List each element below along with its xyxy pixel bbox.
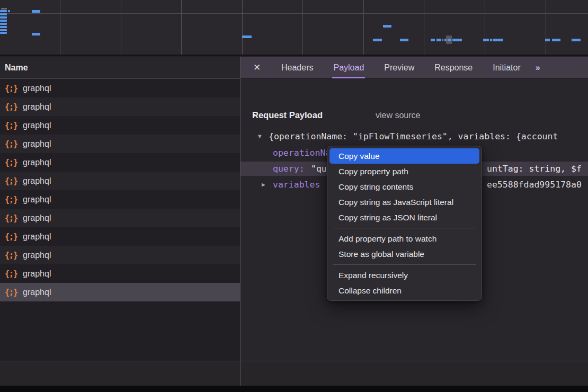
payload-root-row[interactable]: ▼ {operationName: "ipFlowTimeseries", va… <box>240 129 588 144</box>
waterfall-request-bar[interactable] <box>493 39 503 41</box>
view-source-link[interactable]: view source <box>376 108 420 122</box>
json-fetch-icon: {;} <box>5 158 17 167</box>
json-fetch-icon: {;} <box>5 139 17 149</box>
waterfall-request-bar[interactable] <box>0 32 7 34</box>
request-name: graphql <box>23 251 51 260</box>
waterfall-request-bar[interactable] <box>0 23 7 25</box>
menu-item-add-property-path-to-watch[interactable]: Add property path to watch <box>329 231 479 246</box>
menu-separator <box>333 228 476 228</box>
json-fetch-icon: {;} <box>5 269 17 279</box>
request-row[interactable]: {;}graphql <box>0 135 240 153</box>
request-name: graphql <box>23 121 51 130</box>
json-fetch-icon: {;} <box>5 121 17 130</box>
menu-item-copy-string-contents[interactable]: Copy string contents <box>329 179 479 194</box>
json-fetch-icon: {;} <box>5 102 17 112</box>
expanded-arrow-icon[interactable]: ▼ <box>258 129 262 144</box>
tab-preview[interactable]: Preview <box>383 57 415 78</box>
waterfall-request-bar[interactable] <box>452 39 462 41</box>
request-name: graphql <box>23 195 51 204</box>
overview-gridline <box>60 0 60 55</box>
close-icon[interactable]: ✕ <box>252 57 262 78</box>
tab-initiator[interactable]: Initiator <box>492 57 521 78</box>
request-row[interactable]: {;}graphql <box>0 227 240 246</box>
network-overview-waterfall[interactable] <box>0 0 588 56</box>
json-fetch-icon: {;} <box>5 176 17 186</box>
waterfall-request-bar[interactable] <box>32 10 40 13</box>
menu-item-copy-value[interactable]: Copy value <box>329 148 479 164</box>
waterfall-request-bar[interactable] <box>383 25 391 28</box>
waterfall-request-bar[interactable] <box>0 20 7 22</box>
menu-item-copy-string-js-literal[interactable]: Copy string as JavaScript literal <box>329 194 479 210</box>
status-footer <box>0 361 588 386</box>
waterfall-request-bar[interactable] <box>448 39 451 41</box>
request-payload-section-header[interactable]: ▾ Request Payload view source <box>240 108 588 122</box>
json-fetch-icon: {;} <box>5 288 17 297</box>
tab-headers[interactable]: Headers <box>280 57 314 78</box>
overview-gridline <box>424 0 424 55</box>
property-value-fragment-left: "qu <box>311 162 327 176</box>
waterfall-request-bar[interactable] <box>0 16 7 19</box>
menu-item-copy-string-json-literal[interactable]: Copy string as JSON literal <box>329 210 479 225</box>
property-key: query: <box>273 162 305 176</box>
waterfall-request-bar[interactable] <box>32 33 40 35</box>
waterfall-request-bar[interactable] <box>436 39 441 41</box>
waterfall-request-bar[interactable] <box>0 10 7 12</box>
menu-item-store-as-global-variable[interactable]: Store as global variable <box>329 246 479 262</box>
panel-vertical-divider[interactable] <box>240 57 240 386</box>
waterfall-request-bar[interactable] <box>490 39 492 41</box>
name-column-header[interactable]: Name <box>0 57 240 79</box>
request-row[interactable]: {;}graphql <box>0 190 240 209</box>
waterfall-request-bar[interactable] <box>242 35 252 38</box>
request-row[interactable]: {;}graphql <box>0 209 240 227</box>
json-fetch-icon: {;} <box>5 84 17 93</box>
request-row[interactable]: {;}graphql <box>0 116 240 135</box>
request-row[interactable]: {;}graphql <box>0 97 240 116</box>
menu-item-copy-property-path[interactable]: Copy property path <box>329 164 479 179</box>
waterfall-request-bar[interactable] <box>373 39 382 41</box>
waterfall-request-bar[interactable] <box>545 39 550 41</box>
request-list-panel: Name {;}graphql {;}graphql {;}graphql {;… <box>0 57 240 361</box>
request-name: graphql <box>23 232 51 242</box>
more-tabs-icon[interactable]: » <box>536 57 539 78</box>
json-fetch-icon: {;} <box>5 195 17 204</box>
waterfall-request-bar[interactable] <box>8 10 10 12</box>
request-row[interactable]: {;}graphql <box>0 246 240 264</box>
waterfall-request-bar[interactable] <box>0 26 7 28</box>
waterfall-request-bar[interactable] <box>442 39 443 41</box>
tab-response[interactable]: Response <box>433 57 474 78</box>
overview-gridline <box>121 0 121 55</box>
waterfall-request-bar[interactable] <box>552 39 560 41</box>
waterfall-request-bar[interactable] <box>483 39 489 41</box>
property-value-fragment-right: ee5588fdad995178a0 <box>487 177 582 192</box>
tab-payload[interactable]: Payload <box>332 57 365 78</box>
waterfall-request-bar[interactable] <box>431 39 435 41</box>
json-fetch-icon: {;} <box>5 232 17 242</box>
overview-gridline <box>181 0 182 55</box>
waterfall-request-bar[interactable] <box>444 39 447 41</box>
waterfall-request-bar[interactable] <box>0 13 7 15</box>
section-title: Request Payload <box>252 108 323 122</box>
context-menu: Copy value Copy property path Copy strin… <box>327 146 482 301</box>
property-key: variables <box>273 177 320 192</box>
waterfall-request-bar[interactable] <box>400 39 408 41</box>
request-name: graphql <box>23 158 51 167</box>
request-row[interactable]: {;}graphql <box>0 172 240 190</box>
waterfall-request-bar[interactable] <box>0 29 7 31</box>
request-row[interactable]: {;}graphql <box>0 153 240 172</box>
json-fetch-icon: {;} <box>5 213 17 223</box>
json-fetch-icon: {;} <box>5 251 17 260</box>
detail-tab-bar: ✕ Headers Payload Preview Response Initi… <box>240 57 588 79</box>
request-row-selected[interactable]: {;}graphql <box>0 283 240 301</box>
request-row[interactable]: {;}graphql <box>0 79 240 97</box>
request-row[interactable]: {;}graphql <box>0 264 240 283</box>
request-name: graphql <box>23 139 51 149</box>
waterfall-request-bar[interactable] <box>1 8 7 10</box>
menu-item-expand-recursively[interactable]: Expand recursively <box>329 268 479 283</box>
menu-item-collapse-children[interactable]: Collapse children <box>329 283 479 298</box>
waterfall-request-bar[interactable] <box>572 39 581 41</box>
collapsed-arrow-icon[interactable]: ▶ <box>262 177 265 192</box>
overview-gridline <box>242 0 243 55</box>
request-name: graphql <box>23 176 51 186</box>
request-name: graphql <box>23 288 51 297</box>
overview-gridline <box>546 0 546 55</box>
